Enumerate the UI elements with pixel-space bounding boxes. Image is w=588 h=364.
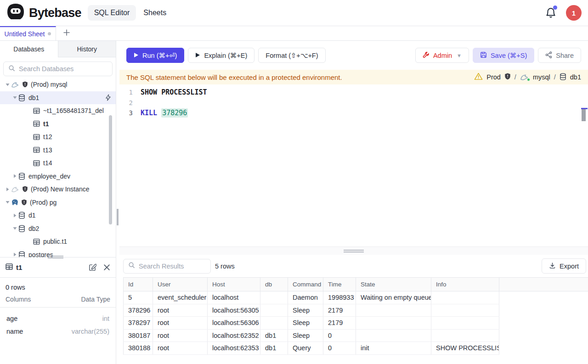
- tree-item-t1[interactable]: t1: [0, 118, 116, 131]
- database-icon: [18, 94, 25, 101]
- table-cell: 378296: [124, 304, 153, 317]
- brand-name: Bytebase: [29, 6, 81, 20]
- schema-panel-resize-handle[interactable]: [48, 256, 63, 258]
- table-cell-filler: [499, 291, 588, 304]
- nav-sheets[interactable]: Sheets: [137, 5, 173, 21]
- sidebar-resize-gutter: [116, 41, 119, 364]
- user-avatar[interactable]: 1: [566, 5, 582, 21]
- column-header-host: Host: [208, 278, 260, 291]
- caret-down-icon[interactable]: [11, 227, 18, 230]
- tree-item-label: d1: [28, 212, 36, 219]
- add-sheet-button[interactable]: [56, 26, 77, 40]
- tree-item-label: (Prod) pg: [30, 199, 57, 206]
- sql-editor[interactable]: 1SHOW PROCESSLIST23KILL 378296: [119, 84, 588, 246]
- tree-item-t13[interactable]: t13: [0, 144, 116, 157]
- notification-bell-button[interactable]: [545, 7, 557, 19]
- sidebar: Databases History (Prod) mysqldb1~t1_165…: [0, 41, 116, 364]
- schema-row-count: 0 rows: [0, 278, 116, 292]
- tree-item-db1[interactable]: db1: [0, 91, 116, 105]
- caret-down-icon[interactable]: [4, 83, 11, 86]
- tree-item--prod-new-instance[interactable]: (Prod) New Instance: [0, 183, 116, 196]
- editor-scrollbar-thumb[interactable]: [582, 109, 586, 121]
- tree-item-label: ~t1_1658481371_del: [43, 107, 104, 114]
- code-token: 378296: [161, 108, 188, 118]
- connection-status-dot: [527, 78, 530, 81]
- results-search-input[interactable]: [139, 263, 225, 270]
- database-search-input[interactable]: [19, 65, 107, 73]
- tree-item-t14[interactable]: t14: [0, 157, 116, 170]
- bytebase-logo[interactable]: Bytebase: [6, 3, 81, 23]
- table-cell: root: [153, 317, 208, 330]
- sidebar-resize-handle[interactable]: [117, 209, 119, 225]
- postgres-icon: [11, 199, 19, 206]
- caret-right-icon[interactable]: [11, 213, 18, 218]
- caret-down-icon[interactable]: [11, 96, 18, 99]
- caret-down-icon[interactable]: [4, 201, 11, 204]
- column-type: int: [102, 315, 109, 322]
- save-button[interactable]: Save (⌘+S): [473, 48, 534, 63]
- tree-scrollbar-thumb[interactable]: [109, 115, 112, 224]
- tab-untitled-sheet[interactable]: Untitled Sheet: [0, 26, 56, 40]
- table-cell: root: [153, 329, 208, 342]
- tree-item--prod-pg[interactable]: (Prod) pg: [0, 196, 116, 209]
- editor-line: 1SHOW PROCESSLIST: [119, 87, 588, 98]
- export-button[interactable]: Export: [542, 258, 586, 274]
- nav-sql-editor[interactable]: SQL Editor: [88, 5, 136, 21]
- tree-item-public-t1[interactable]: public.t1: [0, 235, 116, 248]
- close-panel-icon[interactable]: [103, 264, 110, 271]
- share-button[interactable]: Share: [538, 48, 581, 63]
- tab-databases[interactable]: Databases: [0, 41, 58, 57]
- tree-item-d1[interactable]: d1: [0, 209, 116, 222]
- table-cell: Waiting on empty queue: [356, 291, 431, 304]
- table-cell: Query: [288, 342, 323, 355]
- search-icon: [8, 65, 15, 73]
- table-icon: [33, 121, 40, 127]
- tree-item-db2[interactable]: db2: [0, 222, 116, 235]
- admin-mode-button[interactable]: Admin ▼: [415, 48, 469, 63]
- table-cell: [260, 291, 288, 304]
- table-cell: localhost:62353: [208, 342, 260, 355]
- column-type: varchar(255): [72, 328, 109, 335]
- tree-item-employee-dev[interactable]: employee_dev: [0, 170, 116, 183]
- caret-right-icon[interactable]: [11, 174, 18, 178]
- caret-right-icon[interactable]: [4, 187, 11, 191]
- table-cell: 378297: [124, 317, 153, 330]
- sheet-tab-label: Untitled Sheet: [5, 30, 45, 38]
- format-button[interactable]: Format (⇧+⌥+F): [258, 48, 325, 63]
- column-header-state: State: [356, 278, 431, 291]
- explain-button-label: Explain (⌘+E): [204, 52, 247, 59]
- tree-item-t12[interactable]: t12: [0, 130, 116, 144]
- database-icon: [18, 251, 25, 257]
- tree-item--t1-1658481371-del[interactable]: ~t1_1658481371_del: [0, 104, 116, 118]
- breadcrumb-separator: /: [554, 73, 556, 81]
- download-icon: [549, 262, 556, 270]
- main-panel: Run (⌘+⏎) Explain (⌘+E) Format (⇧+⌥+F) A…: [119, 41, 588, 364]
- table-cell: SHOW PROCESSLIST: [431, 342, 499, 355]
- table-schema-panel: t1 0 rows Col: [0, 257, 116, 364]
- bytebase-logo-icon: [6, 3, 25, 23]
- editor-line: 3KILL 378296: [119, 108, 588, 118]
- edit-table-icon[interactable]: [89, 263, 96, 271]
- results-table: IdUserHostdbCommandTimeStateInfo 5event_…: [123, 277, 588, 355]
- share-button-label: Share: [556, 52, 574, 59]
- table-cell: 380187: [124, 329, 153, 342]
- breadcrumb-environment: Prod: [486, 73, 501, 81]
- table-cell: Sleep: [288, 329, 323, 342]
- top-navigation: Bytebase SQL Editor Sheets 1: [0, 0, 588, 26]
- run-button[interactable]: Run (⌘+⏎): [126, 48, 184, 63]
- tab-history[interactable]: History: [58, 41, 116, 57]
- caret-right-icon[interactable]: [11, 252, 18, 257]
- tree-item--prod-mysql[interactable]: (Prod) mysql: [0, 78, 116, 91]
- format-button-label: Format (⇧+⌥+F): [266, 52, 318, 59]
- sheet-tab-bar: Untitled Sheet: [0, 26, 588, 41]
- column-name: name: [6, 328, 23, 335]
- table-cell: db1: [260, 329, 288, 342]
- table-cell: [260, 304, 288, 317]
- bell-icon: [545, 12, 557, 20]
- table-cell: root: [153, 304, 208, 317]
- explain-button[interactable]: Explain (⌘+E): [188, 48, 254, 63]
- save-button-label: Save (⌘+S): [491, 52, 527, 59]
- results-resize-handle[interactable]: [344, 250, 364, 252]
- lightning-icon[interactable]: [105, 94, 111, 101]
- table-row: 378296rootlocalhost:56305Sleep2179: [124, 304, 588, 317]
